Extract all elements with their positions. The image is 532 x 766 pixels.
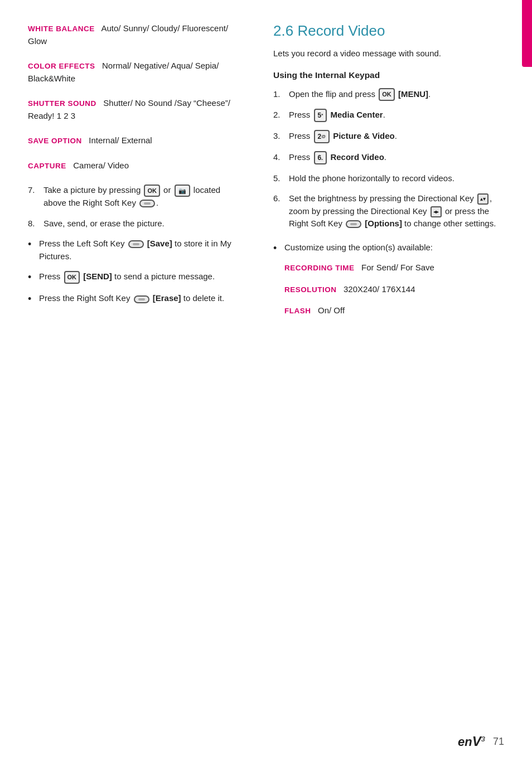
right-bullet-customize: • Customize using the option(s) availabl…	[273, 241, 504, 326]
bullet-customize-text: Customize using the option(s) available:…	[284, 241, 434, 326]
right-column: 2.6 Record Video Lets you record a video…	[262, 22, 504, 733]
right-item-6: 6. Set the brightness by pressing the Di…	[273, 192, 504, 230]
right-tab-decoration	[522, 0, 532, 67]
soft-key-icon-save	[128, 240, 144, 248]
shutter-sound-label: SHUTTER SOUND	[28, 99, 96, 108]
bullet-dot-erase: •	[28, 292, 39, 306]
record-video-bold: Record Video	[330, 152, 384, 162]
left-column: WHITE BALANCE Auto/ Sunny/ Cloudy/ Fluor…	[28, 22, 262, 733]
section-num: 2.6	[273, 22, 293, 39]
item-7-num: 7.	[28, 184, 43, 197]
right-item-6-text: Set the brightness by pressing the Direc…	[289, 192, 504, 230]
recording-time-text: For Send/ For Save	[361, 263, 434, 272]
recording-time-label: RECORDING TIME	[284, 264, 355, 272]
page-number: 71	[493, 736, 504, 748]
content-area: WHITE BALANCE Auto/ Sunny/ Cloudy/ Fluor…	[0, 0, 532, 766]
item-7-text: Take a picture by pressing OK or 📷 locat…	[43, 184, 245, 210]
ok-key-icon-7: OK	[144, 185, 160, 197]
key-5: 5*	[314, 109, 327, 122]
flash-option: FLASH On/ Off	[284, 304, 434, 317]
right-item-1-text: Open the flip and press OK [MENU].	[289, 88, 431, 101]
section-title: 2.6 Record Video	[273, 22, 504, 40]
resolution-label: RESOLUTION	[284, 285, 337, 294]
capture-entry: CAPTURE Camera/ Video	[28, 159, 245, 172]
item-8-num: 8.	[28, 217, 43, 230]
media-center-bold: Media Center	[331, 110, 383, 119]
recording-time-option: RECORDING TIME For Send/ For Save	[284, 261, 434, 274]
subheading: Using the Internal Keypad	[273, 70, 504, 80]
right-item-3-text: Press 2@ Picture & Video.	[289, 130, 397, 143]
menu-bold: [MENU]	[398, 89, 428, 99]
send-bold: [SEND]	[83, 272, 112, 281]
env-logo-text: enV3	[458, 735, 485, 749]
bullet-erase-text: Press the Right Soft Key [Erase] to dele…	[39, 292, 224, 305]
left-bullet-erase: • Press the Right Soft Key [Erase] to de…	[28, 292, 245, 306]
erase-bold: [Erase]	[153, 293, 181, 303]
save-option-entry: SAVE OPTION Internal/ External	[28, 134, 245, 147]
item-8-text: Save, send, or erase the picture.	[43, 217, 165, 230]
options-list: RECORDING TIME For Send/ For Save RESOLU…	[284, 261, 434, 317]
white-balance-label: WHITE BALANCE	[28, 25, 95, 33]
env-superscript: 3	[481, 735, 485, 743]
right-item-5: 5. Hold the phone horizontally to record…	[273, 172, 504, 185]
right-item-2: 2. Press 5* Media Center.	[273, 109, 504, 122]
right-item-4-num: 4.	[273, 151, 289, 164]
right-item-5-num: 5.	[273, 172, 289, 185]
picture-video-bold: Picture & Video	[333, 131, 395, 140]
flash-text: On/ Off	[318, 306, 345, 315]
right-item-2-num: 2.	[273, 109, 289, 122]
right-item-1-num: 1.	[273, 88, 289, 101]
footer: enV3 71	[458, 734, 504, 749]
left-bullet-send: • Press OK [SEND] to send a picture mess…	[28, 270, 245, 284]
flash-label: FLASH	[284, 307, 311, 315]
right-item-3: 3. Press 2@ Picture & Video.	[273, 130, 504, 143]
save-bold: [Save]	[147, 239, 172, 248]
right-item-5-text: Hold the phone horizontally to record vi…	[289, 172, 454, 185]
ok-key-icon-send: OK	[64, 271, 80, 284]
bullet-dot-save: •	[28, 237, 39, 251]
left-bullet-save: • Press the Left Soft Key [Save] to stor…	[28, 237, 245, 263]
color-effects-entry: COLOR EFFECTS Normal/ Negative/ Aqua/ Se…	[28, 60, 245, 85]
soft-key-icon-7	[139, 200, 155, 207]
env-v: V	[472, 734, 481, 749]
bullet-save-text: Press the Left Soft Key [Save] to store …	[39, 237, 245, 263]
left-numbered-item-7: 7. Take a picture by pressing OK or 📷 lo…	[28, 184, 245, 210]
right-item-1: 1. Open the flip and press OK [MENU].	[273, 88, 504, 101]
footer-logo: enV3	[458, 734, 485, 749]
dir-key-leftright: ◂▸	[431, 206, 442, 217]
right-item-4: 4. Press 6‸ Record Video.	[273, 151, 504, 164]
key-2: 2@	[314, 130, 330, 143]
soft-key-icon-r6	[346, 220, 361, 228]
resolution-text: 320X240/ 176X144	[344, 284, 415, 294]
save-option-label: SAVE OPTION	[28, 137, 82, 145]
bullet-send-text: Press OK [SEND] to send a picture messag…	[39, 270, 215, 283]
resolution-option: RESOLUTION 320X240/ 176X144	[284, 283, 434, 296]
bullet-dot-customize: •	[273, 241, 284, 255]
save-option-text: Internal/ External	[89, 135, 152, 145]
page-container: WHITE BALANCE Auto/ Sunny/ Cloudy/ Fluor…	[0, 0, 532, 766]
right-item-4-text: Press 6‸ Record Video.	[289, 151, 386, 164]
section-title-word: Record Video	[297, 22, 385, 39]
options-bold: [Options]	[365, 219, 402, 228]
right-item-2-text: Press 5* Media Center.	[289, 109, 385, 122]
key-6: 6‸	[314, 151, 327, 164]
dir-key-updown: ▴▾	[477, 193, 489, 205]
white-balance-entry: WHITE BALANCE Auto/ Sunny/ Cloudy/ Fluor…	[28, 22, 245, 47]
bullet-dot-send: •	[28, 270, 39, 284]
section-intro: Lets you record a video message with sou…	[273, 47, 504, 60]
color-effects-label: COLOR EFFECTS	[28, 62, 95, 70]
left-numbered-item-8: 8. Save, send, or erase the picture.	[28, 217, 245, 230]
right-item-3-num: 3.	[273, 130, 289, 143]
ok-key-r1: OK	[379, 88, 395, 101]
soft-key-icon-erase	[134, 295, 149, 303]
right-item-6-num: 6.	[273, 192, 289, 205]
cam-key-icon-7: 📷	[175, 185, 190, 197]
capture-label: CAPTURE	[28, 162, 66, 170]
shutter-sound-entry: SHUTTER SOUND Shutter/ No Sound /Say “Ch…	[28, 97, 245, 122]
capture-text: Camera/ Video	[73, 161, 129, 170]
